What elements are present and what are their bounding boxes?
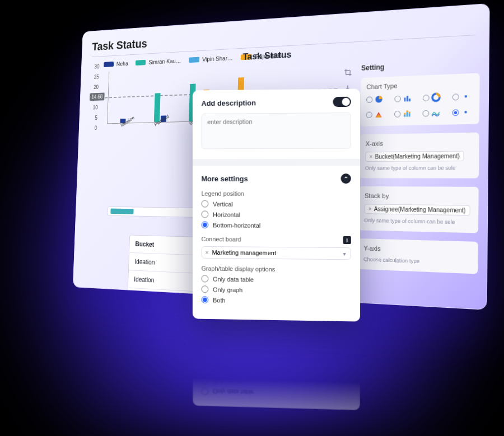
svg-rect-11 xyxy=(408,111,410,113)
collapse-icon[interactable]: ⌃ xyxy=(341,174,351,184)
chart-type-option[interactable] xyxy=(394,109,414,119)
chip-label: Bucket(Marketing Management) xyxy=(375,153,460,160)
radio-icon[interactable] xyxy=(394,111,400,118)
legend-swatch xyxy=(104,62,114,67)
description-toggle[interactable] xyxy=(333,97,351,107)
chart-type-option[interactable] xyxy=(452,91,473,101)
radio-icon[interactable] xyxy=(366,111,372,118)
connect-board-select[interactable]: × Marketing management ▾ xyxy=(202,246,351,260)
chart-type-section: Chart Type xyxy=(360,73,480,126)
chart-type-option[interactable] xyxy=(394,93,414,104)
svg-rect-10 xyxy=(406,110,408,112)
subsection-label: Legend position xyxy=(202,190,351,198)
hint-text: Only same type of column can be sele xyxy=(364,217,472,226)
hint-text: Choose calculation type xyxy=(363,256,472,266)
chart-type-option[interactable] xyxy=(366,110,386,120)
display-option[interactable]: Only graph xyxy=(202,285,351,295)
svg-rect-2 xyxy=(406,96,408,101)
chip-label: Marketing management xyxy=(212,249,276,256)
settings-panel: Setting Chart Type X-axis ×Bucket(Market… xyxy=(357,59,480,283)
display-option-m[interactable]: Both xyxy=(202,367,351,377)
guide-value: 14.68 xyxy=(90,92,105,101)
legend-position-option[interactable]: Horizontal xyxy=(202,210,351,218)
chip-remove-icon[interactable]: × xyxy=(368,205,372,212)
svg-rect-6 xyxy=(404,114,405,116)
display-option[interactable]: Both xyxy=(202,296,351,306)
legend-swatch xyxy=(189,57,199,63)
radio-icon[interactable] xyxy=(452,109,459,116)
display-option-m[interactable]: Only graph xyxy=(202,377,351,388)
stackby-section: Stack by ×Assignee(Marketing Management)… xyxy=(358,186,479,233)
radio-icon[interactable] xyxy=(394,95,401,102)
xaxis-chip[interactable]: ×Bucket(Marketing Management) xyxy=(365,151,464,162)
svg-rect-1 xyxy=(404,97,405,101)
more-settings-card: More settings ⌃ Legend position Vertical… xyxy=(193,166,360,322)
yaxis-section: Y-axis Choose calculation type xyxy=(357,238,478,274)
svg-rect-9 xyxy=(404,113,405,115)
svg-point-5 xyxy=(464,95,466,97)
display-options: Only data tableOnly graphBoth xyxy=(202,275,351,306)
section-label: Chart Type xyxy=(366,79,473,91)
radio-icon[interactable] xyxy=(422,110,429,116)
chart-type-option[interactable] xyxy=(422,108,443,118)
subsection-label: Graph/table display options xyxy=(202,265,351,274)
svg-rect-7 xyxy=(406,112,408,116)
chart-settings-modal: Add description More settings ⌃ Legend p… xyxy=(193,88,360,321)
svg-point-12 xyxy=(464,111,466,113)
card-title: More settings xyxy=(202,175,248,183)
svg-rect-3 xyxy=(409,99,410,101)
chevron-down-icon: ▾ xyxy=(343,251,346,257)
xaxis-section: X-axis ×Bucket(Marketing Management) Onl… xyxy=(359,133,479,179)
section-label: Y-axis xyxy=(363,245,472,255)
legend-position-options: VerticalHorizontalBottom-horizontal xyxy=(202,200,351,229)
radio-icon[interactable] xyxy=(366,96,372,103)
hint-text: Only same type of column can be sele xyxy=(365,165,473,171)
radio-icon[interactable] xyxy=(452,93,459,100)
display-option[interactable]: Only data table xyxy=(202,275,351,284)
legend-label: Neha xyxy=(116,60,129,67)
description-card: Add description xyxy=(193,88,360,166)
reflection: Only data tableOnly graphBoth xyxy=(193,351,360,410)
section-label: X-axis xyxy=(366,139,473,147)
chip-remove-icon[interactable]: × xyxy=(369,153,372,160)
chip-label: Assignee(Marketing Management) xyxy=(374,206,466,214)
svg-rect-8 xyxy=(408,113,410,116)
radio-icon[interactable] xyxy=(423,95,430,101)
legend-position-option[interactable]: Vertical xyxy=(202,200,351,208)
y-axis: 051015202530 xyxy=(97,72,99,134)
legend-position-option[interactable]: Bottom-horizontal xyxy=(202,221,351,229)
chart-type-option[interactable] xyxy=(452,107,473,117)
crop-icon[interactable] xyxy=(344,68,352,78)
card-title: Add description xyxy=(202,99,256,107)
display-option-m[interactable]: Only data table xyxy=(202,388,351,399)
chart-type-option[interactable] xyxy=(423,92,444,102)
section-label: Stack by xyxy=(365,192,473,200)
description-input[interactable] xyxy=(202,112,351,149)
subsection-label: Connect board xyxy=(202,236,241,242)
settings-heading: Setting xyxy=(361,59,480,72)
chip-remove-icon[interactable]: × xyxy=(205,249,208,256)
chart-type-option[interactable] xyxy=(366,95,386,105)
legend-swatch xyxy=(136,60,146,65)
stackby-chip[interactable]: ×Assignee(Marketing Management) xyxy=(364,204,470,215)
info-icon[interactable]: i xyxy=(343,236,351,244)
